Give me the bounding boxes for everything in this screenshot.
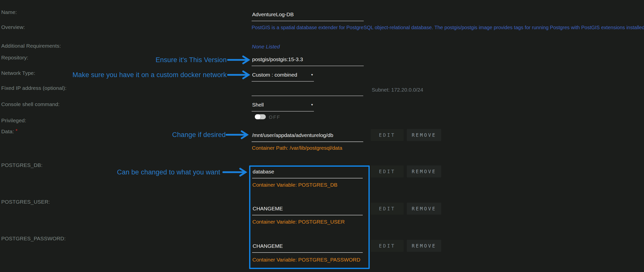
postgres-user-container-variable: Container Variable: POSTGRES_USER [252, 219, 345, 224]
network-type-select[interactable]: Custom : combined ▾ [252, 72, 314, 82]
postgres-password-input[interactable] [252, 243, 363, 253]
additional-requirements-value: None Listed [252, 44, 280, 49]
postgres-db-edit-button[interactable]: EDIT [371, 166, 404, 177]
console-shell-selected-value: Shell [252, 102, 264, 108]
postgres-password-remove-button[interactable]: REMOVE [407, 240, 441, 252]
chevron-down-icon: ▾ [311, 102, 313, 106]
annotation-postgres-db: Can be changed to what you want [112, 169, 220, 176]
arrow-right-icon [227, 70, 252, 80]
arrow-right-icon [226, 130, 250, 140]
postgres-db-remove-button[interactable]: REMOVE [407, 166, 441, 177]
data-host-path-input[interactable] [252, 132, 363, 142]
name-label: Name: [1, 10, 17, 15]
postgres-user-label: POSTGRES_USER: [1, 199, 50, 204]
data-remove-button[interactable]: REMOVE [407, 129, 441, 141]
docker-container-settings-page: Name: Overview: Additional Requirements:… [0, 0, 644, 272]
additional-requirements-label: Additional Requirements: [1, 43, 61, 48]
fixed-ip-label: Fixed IP address (optional): [1, 85, 66, 91]
chevron-down-icon: ▾ [311, 72, 313, 77]
postgres-db-input[interactable] [252, 169, 363, 178]
annotation-repository-version: Ensure it's This Version [100, 57, 227, 63]
toggle-knob [255, 114, 260, 119]
overview-label: Overview: [1, 25, 25, 30]
postgres-user-edit-button[interactable]: EDIT [371, 203, 404, 215]
postgres-db-container-variable: Container Variable: POSTGRES_DB [252, 182, 338, 187]
repository-label: Repository: [1, 55, 28, 60]
postgres-user-remove-button[interactable]: REMOVE [407, 203, 441, 215]
annotation-network-custom: Make sure you have it on a custom docker… [65, 72, 227, 78]
repository-input[interactable] [252, 56, 364, 66]
required-asterisk: * [16, 128, 18, 133]
console-shell-select[interactable]: Shell ▾ [252, 102, 314, 111]
postgres-db-label: POSTGRES_DB: [1, 163, 42, 168]
data-container-path: Container Path: /var/lib/postgresql/data [252, 145, 342, 151]
subnet-note: Subnet: 172.20.0.0/24 [372, 87, 423, 92]
arrow-right-icon [222, 167, 249, 177]
highlight-box [249, 166, 370, 269]
postgres-password-edit-button[interactable]: EDIT [371, 240, 404, 252]
name-input[interactable] [252, 12, 364, 21]
postgres-password-label: POSTGRES_PASSWORD: [1, 236, 66, 241]
postgres-user-input[interactable] [252, 206, 363, 215]
data-edit-button[interactable]: EDIT [371, 129, 404, 141]
network-type-selected-value: Custom : combined [252, 72, 297, 78]
overview-text: PostGIS is a spatial database extender f… [252, 25, 644, 30]
arrow-right-icon [227, 55, 252, 65]
privileged-state-label: OFF [269, 115, 280, 119]
privileged-label: Privileged: [1, 118, 26, 123]
privileged-toggle[interactable] [255, 114, 266, 119]
fixed-ip-input[interactable] [252, 86, 363, 96]
annotation-data-change: Change if desired [124, 131, 226, 138]
postgres-password-container-variable: Container Variable: POSTGRES_PASSWORD [252, 257, 360, 262]
data-label: Data:* [1, 129, 18, 134]
console-shell-label: Console shell command: [1, 102, 60, 107]
network-type-label: Network Type: [1, 70, 35, 76]
